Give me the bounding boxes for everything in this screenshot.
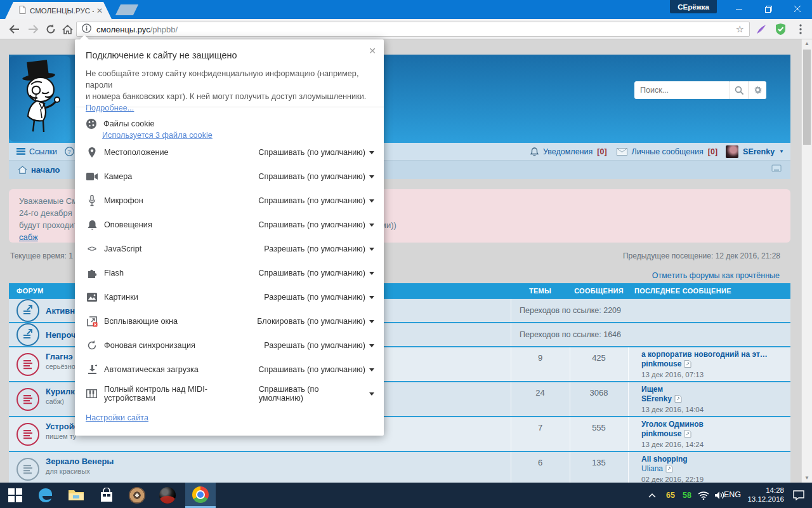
topics-count: 24	[511, 388, 570, 398]
goto-post-icon[interactable]	[684, 360, 691, 370]
permission-select[interactable]: Спрашивать (по умолчанию)	[258, 269, 374, 277]
microphone-icon	[86, 195, 98, 206]
last-post-title-link[interactable]: All shopping	[641, 455, 794, 464]
notice-link[interactable]: сабж	[19, 232, 38, 242]
disc-burner-icon[interactable]	[122, 483, 152, 508]
messages-link[interactable]: Личные сообщения	[632, 147, 704, 156]
site-logo[interactable]	[9, 56, 70, 142]
home-button[interactable]	[58, 20, 76, 38]
permission-select[interactable]: Спрашивать (по умолчанию)	[258, 196, 374, 205]
permission-select[interactable]: Разрешать (по умолчанию)	[264, 244, 374, 253]
tray-time: 14:28	[747, 486, 784, 495]
restore-button[interactable]	[754, 0, 783, 18]
tray-clock[interactable]: 14:28 13.12.2016	[747, 486, 784, 504]
windows-store-icon[interactable]	[91, 483, 122, 508]
wifi-icon[interactable]	[698, 483, 709, 508]
midi-piano-icon	[86, 389, 98, 398]
address-bar[interactable]: смоленцы.рус/phpbb/ ☆	[76, 22, 750, 37]
tor-globe-icon[interactable]	[152, 483, 183, 508]
tab-close-icon[interactable]: ✕	[96, 6, 103, 15]
goto-post-icon[interactable]	[665, 465, 673, 475]
browser-scrollbar[interactable]: ▲ ▼	[801, 39, 812, 483]
mark-forums-read-link[interactable]: Отметить форумы как прочтённые	[652, 271, 780, 280]
permission-select[interactable]: Блокировать (по умолчанию)	[257, 317, 374, 326]
forward-button[interactable]	[24, 20, 42, 38]
edge-icon[interactable]	[30, 483, 61, 508]
unread-forum-icon	[16, 423, 39, 446]
permission-select[interactable]: Спрашивать (по умолчанию)	[258, 220, 374, 229]
url-text: смоленцы.рус/phpbb/	[96, 25, 178, 34]
notifications-count: [0]	[597, 147, 606, 156]
download-icon	[86, 364, 98, 375]
permission-select[interactable]: Разрешать (по умолчанию)	[264, 341, 374, 350]
profile-badge[interactable]: СЕрёжка	[670, 0, 717, 13]
site-search	[634, 81, 766, 99]
col-topics: ТЕМЫ	[511, 287, 570, 295]
goto-post-icon[interactable]	[674, 395, 682, 405]
bookmark-star-icon[interactable]: ☆	[736, 23, 744, 35]
flash-puzzle-icon	[86, 268, 98, 279]
scroll-down-arrow[interactable]: ▼	[802, 475, 812, 481]
user-menu-caret[interactable]: ▼	[779, 149, 784, 154]
tray-chevron-icon[interactable]	[648, 483, 656, 508]
language-indicator[interactable]: ENG	[724, 490, 741, 499]
new-tab-button[interactable]	[115, 4, 138, 15]
permission-select[interactable]: Спрашивать (по умолчанию)	[258, 148, 374, 157]
tray-date: 13.12.2016	[747, 495, 784, 504]
last-post-date: 13 дек 2016, 14:04	[641, 406, 704, 413]
scrollbar-thumb[interactable]	[803, 50, 811, 145]
tray-temp-yellow[interactable]: 65	[666, 483, 675, 508]
permission-select[interactable]: Спрашивать (по умолчанию)	[258, 172, 374, 181]
learn-more-link[interactable]: Подробнее...	[86, 104, 134, 112]
tray-temp-green[interactable]: 58	[683, 483, 691, 508]
info-icon[interactable]	[82, 23, 91, 36]
chrome-icon[interactable]	[185, 483, 216, 508]
last-post-author-link[interactable]: SErenky	[641, 394, 672, 403]
search-options-button[interactable]	[748, 81, 766, 99]
display-mode-icon[interactable]	[771, 164, 782, 176]
back-button[interactable]	[5, 20, 23, 38]
username-link[interactable]: SErenky	[743, 147, 775, 156]
cookies-in-use-link[interactable]: Используется 3 файла cookie	[102, 131, 213, 140]
extension-feather-icon[interactable]	[752, 20, 770, 38]
last-post-title-link[interactable]: Ищем	[641, 385, 794, 394]
browser-titlebar: СМОЛЕНЦЫ.РУС - нача ✕ СЕрёжка	[0, 0, 812, 19]
last-post-title-link[interactable]: а корпоратив новогодний на эт…	[641, 350, 794, 359]
reload-button[interactable]	[42, 20, 60, 38]
scroll-up-arrow[interactable]: ▲	[802, 41, 812, 46]
close-button[interactable]	[783, 0, 812, 18]
faq-icon: ?	[65, 147, 74, 156]
permission-select[interactable]: Разрешать (по умолчанию)	[264, 293, 374, 302]
panel-close-icon[interactable]: ✕	[369, 46, 376, 56]
breadcrumb-home[interactable]: начало	[18, 165, 60, 175]
divider	[75, 107, 384, 107]
goto-post-icon[interactable]	[684, 430, 691, 440]
favicon-page-icon	[19, 5, 26, 17]
action-center-icon[interactable]	[793, 483, 804, 508]
menu-dots-icon[interactable]	[792, 20, 809, 38]
browser-tab[interactable]: СМОЛЕНЦЫ.РУС - нача ✕	[5, 2, 112, 19]
posts-count: 3068	[570, 388, 628, 398]
start-button[interactable]	[0, 483, 30, 508]
file-explorer-icon[interactable]	[61, 483, 91, 508]
search-input[interactable]	[634, 81, 730, 99]
notifications-bell-icon	[86, 220, 98, 231]
permission-select[interactable]: Спрашивать (по умолчанию)	[259, 385, 374, 403]
last-post-author-link[interactable]: Uliana	[641, 464, 663, 473]
last-post-title-link[interactable]: Уголок Одминов	[641, 420, 794, 429]
forum-name-link[interactable]: Глагнэ	[46, 352, 73, 361]
last-post-author-link[interactable]: pinkmouse	[641, 359, 681, 368]
site-settings-link[interactable]: Настройки сайта	[86, 413, 148, 422]
forum-name-link[interactable]: Зеркало Венеры	[46, 457, 114, 466]
adguard-shield-icon[interactable]	[771, 20, 789, 38]
last-post-author-link[interactable]: pinkmouse	[641, 429, 681, 438]
taskbar: 65 58 ENG 14:28 13.12.2016	[0, 483, 812, 508]
minimize-button[interactable]	[724, 0, 754, 18]
user-avatar[interactable]	[726, 145, 738, 158]
gear-icon	[753, 86, 763, 95]
col-last: ПОСЛЕДНЕЕ СООБЩЕНИЕ	[634, 287, 731, 295]
notifications-link[interactable]: Уведомления	[543, 147, 593, 156]
permission-select[interactable]: Спрашивать (по умолчанию)	[258, 365, 374, 374]
search-submit-button[interactable]	[730, 81, 748, 99]
nav-links-label[interactable]: Ссылки	[29, 147, 57, 156]
